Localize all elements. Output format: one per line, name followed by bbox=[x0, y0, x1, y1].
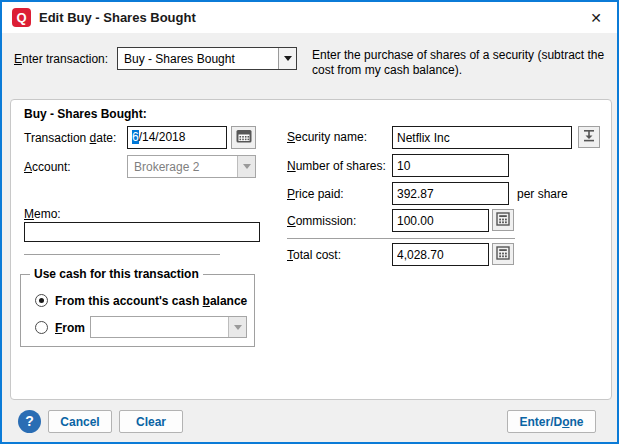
chevron-down-icon bbox=[284, 56, 292, 61]
account-label: Account: bbox=[24, 160, 71, 175]
label-part: umber of shares: bbox=[296, 159, 386, 173]
enter-transaction-value: Buy - Shares Bought bbox=[124, 52, 235, 66]
security-name-label: Security name: bbox=[287, 130, 367, 145]
calendar-icon bbox=[236, 129, 252, 146]
dropdown-arrow-box[interactable] bbox=[278, 48, 296, 69]
label-part: rice paid: bbox=[295, 187, 344, 201]
label-mnemonic: C bbox=[287, 214, 296, 228]
transaction-date-label: Transaction date: bbox=[24, 131, 116, 146]
label-part: alance bbox=[210, 294, 247, 308]
label-part: ate: bbox=[96, 131, 116, 145]
label-part: ccount: bbox=[32, 160, 71, 174]
enter-transaction-label: Enter transaction: bbox=[14, 52, 108, 67]
commission-calculator-button[interactable] bbox=[492, 209, 514, 231]
security-picker-button[interactable] bbox=[578, 126, 600, 148]
security-picker-icon bbox=[582, 129, 596, 145]
radio-from-other-account[interactable] bbox=[35, 321, 48, 334]
memo-label: Memo: bbox=[24, 207, 61, 222]
total-cost-input[interactable] bbox=[392, 243, 489, 266]
total-cost-calculator-button[interactable] bbox=[492, 243, 514, 265]
security-name-input[interactable] bbox=[392, 126, 572, 149]
price-paid-input[interactable] bbox=[392, 182, 509, 205]
description-line: cost from my cash balance). bbox=[312, 63, 462, 77]
date-text-selection: 6 bbox=[132, 130, 139, 144]
label-part: ommission: bbox=[296, 214, 357, 228]
label-mnemonic: M bbox=[24, 207, 34, 221]
label-mnemonic: A bbox=[24, 160, 32, 174]
window-title: Edit Buy - Shares Bought bbox=[39, 10, 196, 25]
price-paid-label: Price paid: bbox=[287, 187, 344, 202]
enter-transaction-dropdown[interactable]: Buy - Shares Bought bbox=[117, 47, 297, 70]
chevron-down-icon bbox=[243, 164, 251, 169]
clear-button[interactable]: Clear bbox=[119, 410, 183, 433]
radio-from-account-balance[interactable] bbox=[35, 294, 48, 307]
commission-input[interactable] bbox=[392, 209, 489, 232]
label-mnemonic: N bbox=[287, 159, 296, 173]
calculator-icon bbox=[496, 212, 510, 229]
label-part: Enter/D bbox=[519, 415, 562, 429]
dropdown-arrow-box bbox=[237, 156, 255, 177]
radio-from-other-account-label: From bbox=[55, 321, 85, 336]
label-mnemonic: S bbox=[287, 130, 295, 144]
title-bar: Q Edit Buy - Shares Bought ✕ bbox=[2, 2, 617, 33]
label-part: emo: bbox=[34, 207, 61, 221]
calculator-icon bbox=[496, 246, 510, 263]
label-part: rom bbox=[62, 321, 85, 335]
calendar-button[interactable] bbox=[231, 126, 256, 149]
number-of-shares-label: Number of shares: bbox=[287, 159, 386, 174]
label-part: nter transaction: bbox=[22, 52, 108, 66]
label-mnemonic: P bbox=[287, 187, 295, 201]
edit-buy-dialog: Q Edit Buy - Shares Bought ✕ Enter trans… bbox=[0, 0, 619, 444]
memo-input[interactable] bbox=[24, 222, 260, 242]
dropdown-arrow-box bbox=[228, 317, 246, 337]
separator bbox=[24, 254, 220, 255]
account-value: Brokerage 2 bbox=[134, 160, 199, 174]
cancel-button[interactable]: Cancel bbox=[48, 410, 112, 433]
from-account-dropdown bbox=[90, 316, 247, 338]
label-part: otal cost: bbox=[293, 248, 341, 262]
commission-label: Commission: bbox=[287, 214, 356, 229]
label-mnemonic: E bbox=[14, 52, 22, 66]
quicken-logo-icon: Q bbox=[12, 8, 31, 27]
label-mnemonic: b bbox=[203, 294, 210, 308]
separator bbox=[287, 238, 515, 239]
number-of-shares-input[interactable] bbox=[392, 154, 509, 177]
label-part: ne bbox=[570, 415, 584, 429]
label-mnemonic: o bbox=[562, 415, 569, 429]
account-dropdown: Brokerage 2 bbox=[127, 155, 256, 178]
use-cash-legend: Use cash for this transaction bbox=[30, 267, 203, 282]
label-part: Transaction bbox=[24, 131, 90, 145]
total-cost-label: Total cost: bbox=[287, 248, 341, 263]
description-line: Enter the purchase of shares of a securi… bbox=[312, 48, 604, 62]
transaction-date-input[interactable]: 6/14/2018 bbox=[127, 126, 227, 149]
chevron-down-icon bbox=[234, 325, 242, 330]
transaction-description: Enter the purchase of shares of a securi… bbox=[312, 48, 612, 78]
radio-from-account-balance-label: From this account's cash balance bbox=[55, 294, 247, 309]
per-share-label: per share bbox=[517, 187, 568, 202]
section-title: Buy - Shares Bought: bbox=[24, 107, 147, 122]
date-text: /14/2018 bbox=[139, 130, 186, 144]
label-part: ecurity name: bbox=[295, 130, 367, 144]
help-button[interactable]: ? bbox=[18, 410, 41, 433]
enter-done-button[interactable]: Enter/Done bbox=[507, 410, 596, 433]
label-part: From this account's cash bbox=[55, 294, 203, 308]
close-icon[interactable]: ✕ bbox=[585, 7, 607, 29]
